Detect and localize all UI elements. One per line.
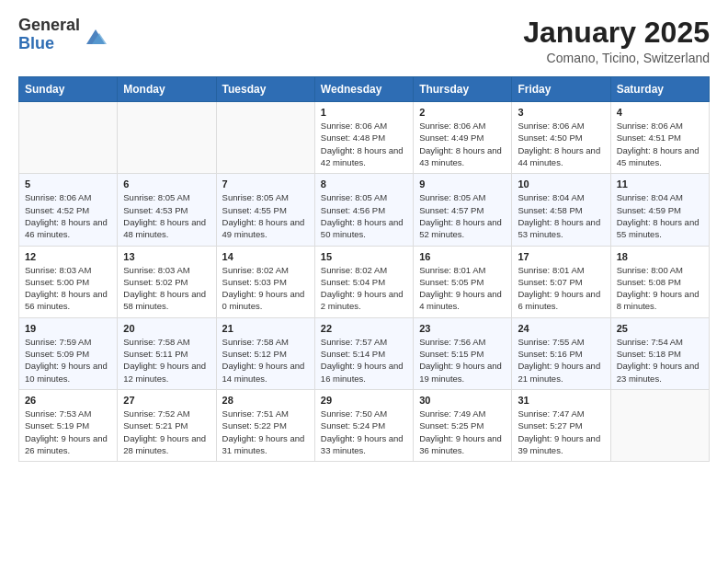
day-info: Sunrise: 8:01 AMSunset: 5:05 PMDaylight:… <box>419 264 506 313</box>
week-row-5: 26Sunrise: 7:53 AMSunset: 5:19 PMDayligh… <box>19 389 710 461</box>
weekday-header-monday: Monday <box>118 77 216 102</box>
calendar-cell: 2Sunrise: 8:06 AMSunset: 4:49 PMDaylight… <box>414 102 512 174</box>
calendar-cell: 3Sunrise: 8:06 AMSunset: 4:50 PMDaylight… <box>512 102 610 174</box>
day-info: Sunrise: 8:06 AMSunset: 4:52 PMDaylight:… <box>25 191 111 240</box>
logo-general: General <box>18 16 80 34</box>
day-number: 24 <box>518 323 604 334</box>
day-number: 26 <box>25 395 111 406</box>
calendar-cell <box>216 102 314 174</box>
day-number: 2 <box>419 107 506 118</box>
day-number: 25 <box>617 323 703 334</box>
calendar-cell: 7Sunrise: 8:05 AMSunset: 4:55 PMDaylight… <box>216 174 314 246</box>
week-row-1: 1Sunrise: 8:06 AMSunset: 4:48 PMDaylight… <box>19 102 710 174</box>
day-number: 10 <box>518 178 604 190</box>
weekday-header-row: SundayMondayTuesdayWednesdayThursdayFrid… <box>19 77 710 102</box>
day-info: Sunrise: 8:00 AMSunset: 5:08 PMDaylight:… <box>617 264 703 313</box>
week-row-3: 12Sunrise: 8:03 AMSunset: 5:00 PMDayligh… <box>19 246 710 317</box>
day-info: Sunrise: 8:05 AMSunset: 4:53 PMDaylight:… <box>123 191 210 240</box>
day-number: 29 <box>321 395 407 406</box>
day-info: Sunrise: 8:05 AMSunset: 4:56 PMDaylight:… <box>321 191 407 240</box>
day-number: 14 <box>222 251 309 262</box>
calendar-cell: 17Sunrise: 8:01 AMSunset: 5:07 PMDayligh… <box>512 246 610 317</box>
day-number: 16 <box>419 251 506 262</box>
day-number: 8 <box>321 178 407 190</box>
day-number: 23 <box>419 323 506 334</box>
calendar-cell: 25Sunrise: 7:54 AMSunset: 5:18 PMDayligh… <box>610 317 709 389</box>
day-info: Sunrise: 7:56 AMSunset: 5:15 PMDaylight:… <box>419 336 506 385</box>
calendar-cell: 13Sunrise: 8:03 AMSunset: 5:02 PMDayligh… <box>118 246 216 317</box>
weekday-header-friday: Friday <box>512 77 610 102</box>
day-number: 13 <box>123 251 210 262</box>
location: Comano, Ticino, Switzerland <box>523 51 710 65</box>
header-right: January 2025 Comano, Ticino, Switzerland <box>523 17 710 65</box>
calendar-cell: 8Sunrise: 8:05 AMSunset: 4:56 PMDaylight… <box>314 174 413 246</box>
day-number: 6 <box>123 178 210 190</box>
day-info: Sunrise: 8:05 AMSunset: 4:57 PMDaylight:… <box>419 191 506 240</box>
calendar-cell: 29Sunrise: 7:50 AMSunset: 5:24 PMDayligh… <box>314 389 413 461</box>
logo: General Blue <box>18 17 108 53</box>
day-info: Sunrise: 7:59 AMSunset: 5:09 PMDaylight:… <box>25 336 111 385</box>
header: General Blue January 2025 Comano, Ticino… <box>18 17 710 65</box>
calendar-cell: 23Sunrise: 7:56 AMSunset: 5:15 PMDayligh… <box>414 317 512 389</box>
day-info: Sunrise: 8:06 AMSunset: 4:51 PMDaylight:… <box>617 120 703 168</box>
day-info: Sunrise: 7:47 AMSunset: 5:27 PMDaylight:… <box>518 408 604 456</box>
day-number: 11 <box>617 178 703 190</box>
day-number: 30 <box>419 395 506 406</box>
day-info: Sunrise: 7:57 AMSunset: 5:14 PMDaylight:… <box>321 336 407 385</box>
day-number: 1 <box>321 107 407 118</box>
calendar-cell: 1Sunrise: 8:06 AMSunset: 4:48 PMDaylight… <box>314 102 413 174</box>
calendar-cell: 28Sunrise: 7:51 AMSunset: 5:22 PMDayligh… <box>216 389 314 461</box>
weekday-header-tuesday: Tuesday <box>216 77 314 102</box>
day-number: 28 <box>222 395 309 406</box>
weekday-header-saturday: Saturday <box>610 77 709 102</box>
calendar-cell: 22Sunrise: 7:57 AMSunset: 5:14 PMDayligh… <box>314 317 413 389</box>
day-info: Sunrise: 7:58 AMSunset: 5:12 PMDaylight:… <box>222 336 309 385</box>
calendar-cell: 20Sunrise: 7:58 AMSunset: 5:11 PMDayligh… <box>118 317 216 389</box>
page: General Blue January 2025 Comano, Ticino… <box>0 0 728 563</box>
day-info: Sunrise: 8:02 AMSunset: 5:04 PMDaylight:… <box>321 264 407 313</box>
logo-icon <box>83 22 108 48</box>
calendar-cell: 24Sunrise: 7:55 AMSunset: 5:16 PMDayligh… <box>512 317 610 389</box>
day-info: Sunrise: 7:52 AMSunset: 5:21 PMDaylight:… <box>123 408 210 456</box>
calendar-cell: 5Sunrise: 8:06 AMSunset: 4:52 PMDaylight… <box>19 174 118 246</box>
day-info: Sunrise: 8:06 AMSunset: 4:50 PMDaylight:… <box>518 120 604 168</box>
day-number: 4 <box>617 107 703 118</box>
calendar-cell: 14Sunrise: 8:02 AMSunset: 5:03 PMDayligh… <box>216 246 314 317</box>
calendar-cell: 4Sunrise: 8:06 AMSunset: 4:51 PMDaylight… <box>610 102 709 174</box>
day-info: Sunrise: 8:03 AMSunset: 5:00 PMDaylight:… <box>25 264 111 313</box>
calendar-cell: 19Sunrise: 7:59 AMSunset: 5:09 PMDayligh… <box>19 317 118 389</box>
day-number: 20 <box>123 323 210 334</box>
calendar-cell: 6Sunrise: 8:05 AMSunset: 4:53 PMDaylight… <box>118 174 216 246</box>
day-info: Sunrise: 7:49 AMSunset: 5:25 PMDaylight:… <box>419 408 506 456</box>
week-row-4: 19Sunrise: 7:59 AMSunset: 5:09 PMDayligh… <box>19 317 710 389</box>
calendar-cell <box>19 102 118 174</box>
calendar-cell: 31Sunrise: 7:47 AMSunset: 5:27 PMDayligh… <box>512 389 610 461</box>
day-number: 21 <box>222 323 309 334</box>
calendar-cell: 11Sunrise: 8:04 AMSunset: 4:59 PMDayligh… <box>610 174 709 246</box>
calendar-cell <box>610 389 709 461</box>
weekday-header-thursday: Thursday <box>414 77 512 102</box>
week-row-2: 5Sunrise: 8:06 AMSunset: 4:52 PMDaylight… <box>19 174 710 246</box>
day-info: Sunrise: 7:53 AMSunset: 5:19 PMDaylight:… <box>25 408 111 456</box>
day-info: Sunrise: 8:04 AMSunset: 4:59 PMDaylight:… <box>617 191 703 240</box>
calendar-cell: 21Sunrise: 7:58 AMSunset: 5:12 PMDayligh… <box>216 317 314 389</box>
day-info: Sunrise: 8:01 AMSunset: 5:07 PMDaylight:… <box>518 264 604 313</box>
calendar: SundayMondayTuesdayWednesdayThursdayFrid… <box>18 76 710 462</box>
month-title: January 2025 <box>523 17 710 49</box>
day-info: Sunrise: 8:05 AMSunset: 4:55 PMDaylight:… <box>222 191 309 240</box>
day-info: Sunrise: 7:51 AMSunset: 5:22 PMDaylight:… <box>222 408 309 456</box>
day-number: 27 <box>123 395 210 406</box>
logo-text: General Blue <box>18 17 80 53</box>
calendar-cell: 15Sunrise: 8:02 AMSunset: 5:04 PMDayligh… <box>314 246 413 317</box>
day-number: 5 <box>25 178 111 190</box>
day-number: 3 <box>518 107 604 118</box>
day-number: 9 <box>419 178 506 190</box>
day-info: Sunrise: 8:04 AMSunset: 4:58 PMDaylight:… <box>518 191 604 240</box>
day-number: 15 <box>321 251 407 262</box>
day-number: 7 <box>222 178 309 190</box>
day-number: 22 <box>321 323 407 334</box>
calendar-cell: 12Sunrise: 8:03 AMSunset: 5:00 PMDayligh… <box>19 246 118 317</box>
calendar-cell: 27Sunrise: 7:52 AMSunset: 5:21 PMDayligh… <box>118 389 216 461</box>
day-info: Sunrise: 8:02 AMSunset: 5:03 PMDaylight:… <box>222 264 309 313</box>
day-info: Sunrise: 7:58 AMSunset: 5:11 PMDaylight:… <box>123 336 210 385</box>
